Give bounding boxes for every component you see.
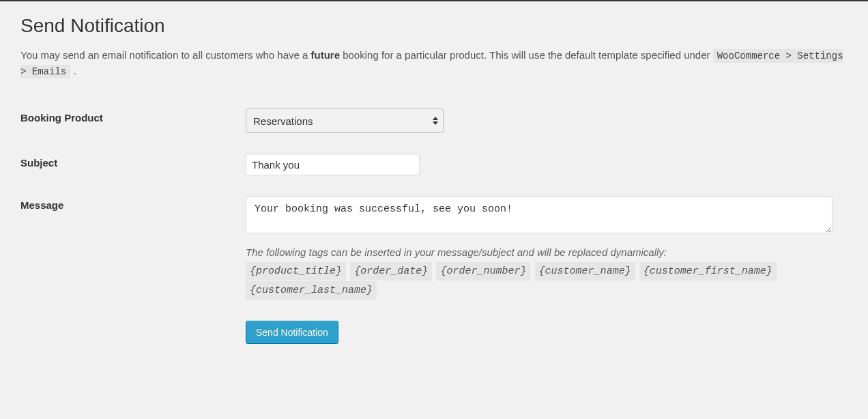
- description-text-end: .: [70, 65, 76, 76]
- page-title: Send Notification: [20, 14, 848, 38]
- message-textarea[interactable]: [246, 196, 833, 233]
- description-text-pre: You may send an email notification to al…: [20, 49, 311, 61]
- row-message: Message The following tags can be insert…: [20, 186, 848, 310]
- page-wrap: Send Notification You may send an email …: [0, 1, 868, 375]
- form-table: Booking Product Reservations Subject: [20, 98, 848, 354]
- subject-label: Subject: [20, 143, 246, 186]
- send-notification-button[interactable]: Send Notification: [246, 321, 338, 344]
- tag-product-title: {product_title}: [246, 262, 346, 281]
- tag-order-date: {order_date}: [350, 262, 432, 281]
- row-subject: Subject: [20, 143, 848, 186]
- booking-product-select-wrap: Reservations: [246, 109, 444, 133]
- subject-input[interactable]: [246, 154, 420, 175]
- row-submit: Send Notification: [20, 310, 848, 354]
- description-text-bold: future: [311, 49, 341, 61]
- row-booking-product: Booking Product Reservations: [20, 98, 848, 143]
- tag-order-number: {order_number}: [436, 262, 530, 281]
- description-text-mid: booking for a particular product. This w…: [340, 49, 713, 61]
- booking-product-label: Booking Product: [20, 98, 246, 143]
- page-description: You may send an email notification to al…: [20, 48, 848, 79]
- booking-product-select[interactable]: Reservations: [246, 109, 444, 133]
- message-label: Message: [20, 186, 246, 310]
- message-hint: The following tags can be inserted in yo…: [246, 244, 841, 300]
- tag-customer-name: {customer_name}: [535, 262, 635, 281]
- tag-customer-last-name: {customer_last_name}: [246, 281, 377, 300]
- tag-customer-first-name: {customer_first_name}: [639, 262, 777, 281]
- hint-text: The following tags can be inserted in yo…: [246, 246, 667, 258]
